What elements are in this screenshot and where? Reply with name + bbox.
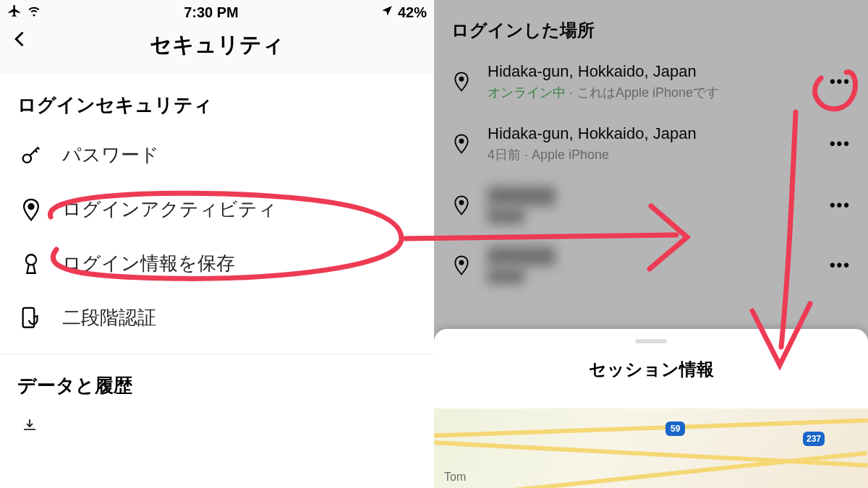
- status-bar: 7:30 PM 42%: [0, 0, 434, 22]
- security-settings-screen: 7:30 PM 42% セキュリティ ログインセキュリティ パスワード ログイン…: [0, 0, 434, 488]
- more-icon[interactable]: •••: [830, 256, 851, 275]
- login-locations-title: ログインした場所: [434, 0, 868, 51]
- session-status: ████: [488, 208, 556, 223]
- session-info-sheet[interactable]: セッション情報 59 237 Tom: [434, 329, 868, 488]
- item-label: ログインアクティビティ: [62, 197, 277, 222]
- route-shield: 59: [665, 421, 685, 436]
- item-label: 二段階認証: [62, 305, 156, 330]
- svg-point-2: [26, 254, 36, 265]
- svg-point-7: [460, 260, 464, 264]
- phone-shield-icon: [17, 306, 45, 330]
- location-pin-icon: [448, 71, 475, 93]
- download-icon: [17, 417, 42, 437]
- status-battery: 42%: [398, 4, 427, 21]
- location-pin-icon: [17, 197, 45, 222]
- back-button[interactable]: [10, 29, 30, 52]
- session-status: 4日前: [488, 147, 521, 162]
- session-location: Hidaka-gun, Hokkaido, Japan: [488, 124, 697, 143]
- wifi-icon: [26, 4, 42, 21]
- item-label: パスワード: [62, 142, 159, 168]
- session-status: オンライン中: [488, 85, 566, 100]
- session-row[interactable]: Hidaka-gun, Hokkaido, Japan 4日前 · Apple …: [434, 113, 868, 175]
- svg-point-5: [460, 140, 464, 143]
- login-activity-screen: ログインした場所 Hidaka-gun, Hokkaido, Japan オンラ…: [434, 0, 868, 488]
- more-icon[interactable]: •••: [830, 72, 851, 91]
- session-device: Apple iPhone: [532, 147, 609, 162]
- session-location: Hidaka-gun, Hokkaido, Japan: [488, 62, 719, 81]
- more-icon[interactable]: •••: [830, 196, 851, 215]
- session-row-redacted[interactable]: ██████ ████ •••: [434, 175, 868, 235]
- item-two-factor[interactable]: 二段階認証: [0, 291, 434, 345]
- status-time: 7:30 PM: [184, 4, 239, 21]
- item-password[interactable]: パスワード: [0, 128, 434, 182]
- key-icon: [17, 143, 45, 168]
- item-label: ログイン情報を保存: [62, 251, 235, 276]
- svg-point-4: [460, 77, 464, 81]
- item-login-activity[interactable]: ログインアクティビティ: [0, 182, 434, 236]
- svg-point-6: [460, 200, 464, 204]
- session-row[interactable]: Hidaka-gun, Hokkaido, Japan オンライン中 · これは…: [434, 51, 868, 113]
- session-status: ████: [488, 268, 556, 283]
- keyhole-icon: [17, 252, 45, 276]
- section-data-history: データと履歴: [0, 354, 434, 408]
- route-shield: 237: [803, 432, 825, 446]
- session-device: これはApple iPhoneです: [576, 85, 719, 100]
- item-save-login[interactable]: ログイン情報を保存: [0, 236, 434, 291]
- session-location: ██████: [488, 187, 556, 205]
- location-pin-icon: [448, 133, 475, 155]
- page-title: セキュリティ: [10, 30, 424, 60]
- sheet-handle[interactable]: [635, 339, 667, 343]
- svg-point-0: [23, 154, 31, 162]
- map-city-label: Tom: [444, 471, 466, 484]
- sheet-title: セッション情報: [434, 358, 868, 381]
- location-pin-icon: [448, 254, 475, 276]
- map-preview[interactable]: 59 237 Tom: [434, 408, 868, 488]
- svg-point-1: [28, 204, 33, 209]
- section-login-security: ログインセキュリティ: [0, 74, 434, 128]
- item-truncated[interactable]: [0, 408, 434, 437]
- location-pin-icon: [448, 194, 475, 216]
- session-row-redacted[interactable]: ██████ ████ •••: [434, 235, 868, 295]
- airplane-mode-icon: [7, 4, 22, 22]
- location-services-icon: [380, 4, 393, 21]
- nav-header: セキュリティ: [0, 22, 434, 74]
- more-icon[interactable]: •••: [830, 134, 851, 153]
- session-location: ██████: [488, 247, 556, 265]
